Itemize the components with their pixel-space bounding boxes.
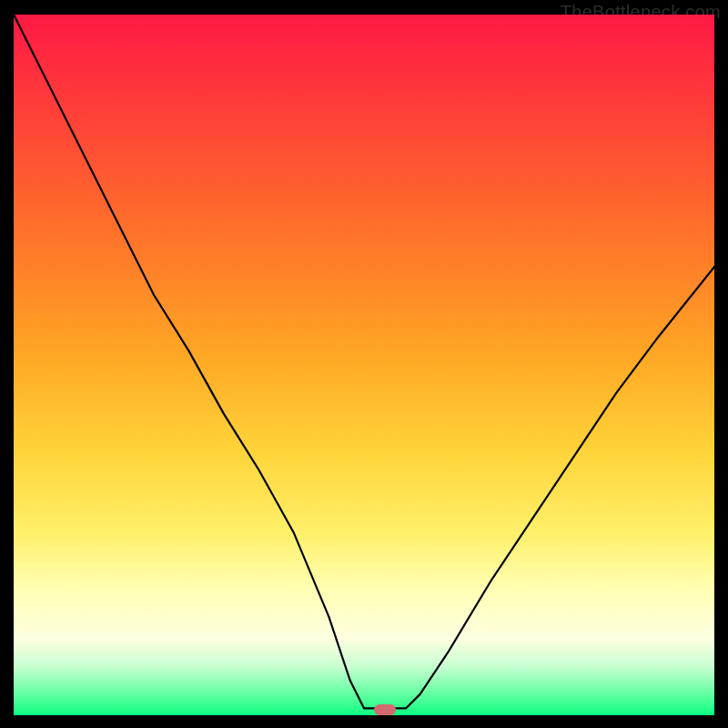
plot-area bbox=[14, 15, 714, 715]
chart-container: TheBottleneck.com bbox=[0, 0, 728, 728]
optimal-marker bbox=[374, 704, 396, 715]
bottleneck-curve bbox=[14, 15, 714, 715]
